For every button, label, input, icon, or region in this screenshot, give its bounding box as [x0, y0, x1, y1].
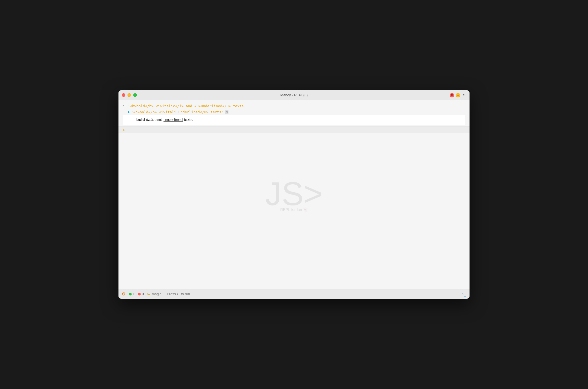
app-window: Mancy - REPL(0) × − ↻ JS> REPL for fun 👻…	[118, 90, 470, 299]
output-subtext-1: '<b>bold</b> <i>itali…underlined</u> tex…	[131, 110, 224, 114]
run-hint: Press ↵ to run	[167, 292, 190, 296]
green-dot	[129, 293, 132, 295]
traffic-lights	[122, 93, 137, 97]
sub-arrow-icon: ▶	[128, 110, 130, 114]
minimize-button[interactable]	[128, 93, 131, 97]
titlebar-actions: × − ↻	[450, 93, 466, 97]
and-text: and	[156, 117, 163, 122]
repl-output: ▾ '<b>bold</b> <i>italic</i> and <u>unde…	[118, 100, 470, 136]
tag-text: magic	[152, 292, 161, 296]
window-title: Mancy - REPL(0)	[280, 93, 308, 97]
terminal-icon[interactable]: ›_	[462, 292, 466, 296]
close-button[interactable]	[122, 93, 125, 97]
red-badge: 0	[138, 292, 144, 296]
watermark-subtitle: REPL for fun 👻	[265, 207, 323, 212]
output-group-1: ▾ '<b>bold</b> <i>italic</i> and <u>unde…	[118, 103, 470, 125]
output-text-1: '<b>bold</b> <i>italic</i> and <u>underl…	[128, 103, 246, 109]
texts-text: texts	[184, 117, 193, 122]
green-badge: 1	[129, 292, 135, 296]
output-line-1: ▾ '<b>bold</b> <i>italic</i> and <u>unde…	[118, 103, 470, 109]
rendered-output: bold italic and underlined texts	[123, 115, 465, 125]
gear-icon[interactable]: ⚙	[122, 291, 126, 297]
tag-label: 🏷 magic	[147, 292, 161, 296]
close-x-icon: ×	[451, 94, 453, 97]
red-count: 0	[142, 292, 144, 296]
refresh-button[interactable]: ↻	[462, 93, 466, 97]
collapse-icon[interactable]: ▾	[123, 103, 126, 108]
maximize-button[interactable]	[133, 93, 137, 97]
dom-icon: ⊟	[225, 110, 229, 114]
action-close-button[interactable]: ×	[450, 93, 454, 97]
green-count: 1	[133, 292, 135, 296]
watermark-js-text: JS>	[265, 177, 323, 210]
prompt-symbol: >	[123, 128, 125, 132]
tag-icon: 🏷	[147, 292, 151, 296]
italic-text: italic	[146, 117, 154, 122]
red-dot	[138, 293, 141, 295]
watermark: JS> REPL for fun 👻	[265, 177, 323, 212]
titlebar: Mancy - REPL(0) × − ↻	[118, 90, 470, 100]
content-area: JS> REPL for fun 👻 ▾ '<b>bold</b> <i>ita…	[118, 100, 470, 289]
statusbar: ⚙ 1 0 🏷 magic Press ↵ to run ›_	[118, 289, 470, 299]
minus-icon: −	[457, 93, 459, 97]
underlined-text: underlined	[163, 117, 183, 122]
repl-prompt-line[interactable]: >	[118, 126, 470, 133]
bold-text: bold	[136, 117, 145, 122]
output-subline-1: ▶ '<b>bold</b> <i>itali…underlined</u> t…	[118, 109, 470, 115]
action-minimize-button[interactable]: −	[456, 93, 460, 97]
refresh-icon: ↻	[462, 93, 466, 97]
